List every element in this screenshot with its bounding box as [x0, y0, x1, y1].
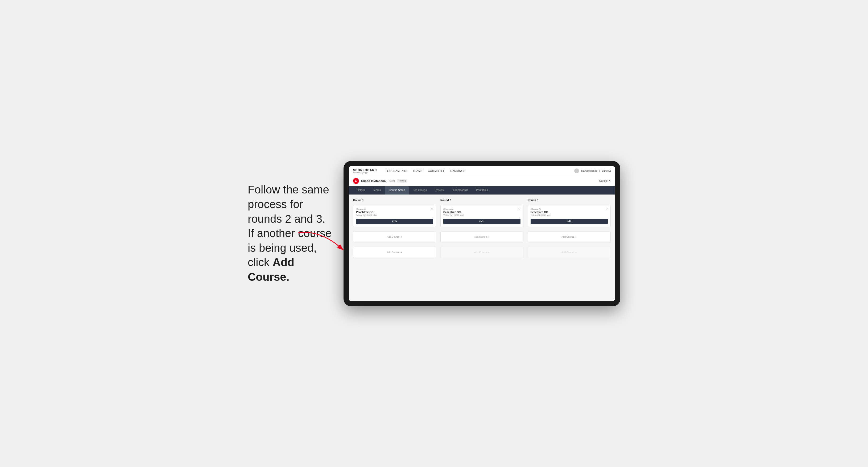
- tab-leaderboards[interactable]: Leaderboards: [448, 186, 472, 194]
- r2-course-name: Peachtree GC: [443, 211, 464, 214]
- nav-tournaments[interactable]: TOURNAMENTS: [385, 169, 407, 173]
- nav-right: blair@clippd.io | Sign out: [574, 168, 611, 173]
- r2-course-details: Yellow (M) (6629 yds): [443, 214, 464, 216]
- r3-add-course-2: Add Course +: [528, 247, 611, 258]
- top-nav: SCOREBOARD Powered by clippd TOURNAMENTS…: [349, 166, 615, 176]
- scoreboard-logo: SCOREBOARD Powered by clippd: [353, 168, 377, 174]
- tab-printables[interactable]: Printables: [472, 186, 492, 194]
- rounds-grid: Round 1 (Course A) Peachtree GC Yellow (…: [353, 199, 611, 260]
- r2-add-course-1[interactable]: Add Course +: [440, 231, 523, 242]
- r1-plus-icon-1: +: [401, 235, 402, 239]
- cancel-button[interactable]: Cancel ✕: [599, 179, 611, 182]
- r2-plus-icon-2: +: [488, 251, 490, 254]
- round-1-column: Round 1 (Course A) Peachtree GC Yellow (…: [353, 199, 436, 260]
- r3-course-tag: (Course A): [531, 208, 551, 210]
- r2-course-tag: (Course A): [443, 208, 464, 210]
- user-email: blair@clippd.io: [581, 169, 597, 172]
- sign-out-link[interactable]: Sign out: [602, 169, 611, 172]
- cancel-x-icon: ✕: [609, 179, 611, 182]
- tab-tee-groups[interactable]: Tee Groups: [409, 186, 431, 194]
- tournament-type: (Men): [389, 180, 395, 182]
- r1-add-course-2[interactable]: Add Course +: [353, 247, 436, 258]
- tournament-name: Clippd Invitational: [361, 179, 386, 183]
- r1-add-course-label-1: Add Course: [387, 236, 400, 238]
- nav-teams[interactable]: TEAMS: [413, 169, 423, 173]
- pipe-divider: |: [599, 169, 600, 172]
- tab-teams[interactable]: Teams: [369, 186, 384, 194]
- r3-edit-button[interactable]: Edit: [531, 219, 608, 224]
- tab-bar: Details Teams Course Setup Tee Groups Re…: [349, 186, 615, 194]
- nav-links: TOURNAMENTS TEAMS COMMITTEE RANKINGS: [385, 169, 568, 173]
- tablet-screen: SCOREBOARD Powered by clippd TOURNAMENTS…: [349, 166, 615, 301]
- round-2-label: Round 2: [440, 199, 523, 202]
- nav-committee[interactable]: COMMITTEE: [428, 169, 445, 173]
- r3-delete-icon[interactable]: ⊙: [606, 207, 608, 210]
- r1-course-details: Yellow (M) (6629 yds): [356, 214, 376, 216]
- r2-add-course-label-2: Add Course: [474, 251, 487, 254]
- r3-plus-icon-2: +: [575, 251, 577, 254]
- clippd-logo: C: [353, 178, 359, 184]
- r1-delete-icon[interactable]: ⊙: [431, 207, 433, 210]
- round-1-course-card: (Course A) Peachtree GC Yellow (M) (6629…: [353, 205, 436, 227]
- r3-add-course-label-1: Add Course: [561, 236, 574, 238]
- r3-course-name: Peachtree GC: [531, 211, 551, 214]
- tablet-device: SCOREBOARD Powered by clippd TOURNAMENTS…: [344, 161, 620, 306]
- logo-sub: Powered by clippd: [353, 172, 377, 174]
- r3-add-course-label-2: Add Course: [561, 251, 574, 254]
- round-2-column: Round 2 (Course A) Peachtree GC Yellow (…: [440, 199, 523, 260]
- round-3-course-card: (Course A) Peachtree GC Yellow (M) (6629…: [528, 205, 611, 227]
- r3-add-course-1[interactable]: Add Course +: [528, 231, 611, 242]
- r3-plus-icon-1: +: [575, 235, 577, 239]
- r1-add-course-1[interactable]: Add Course +: [353, 231, 436, 242]
- r1-plus-icon-2: +: [401, 251, 402, 254]
- round-3-label: Round 3: [528, 199, 611, 202]
- round-3-column: Round 3 (Course A) Peachtree GC Yellow (…: [528, 199, 611, 260]
- round-2-course-card: (Course A) Peachtree GC Yellow (M) (6629…: [440, 205, 523, 227]
- r1-edit-button[interactable]: Edit: [356, 219, 433, 224]
- tab-results[interactable]: Results: [431, 186, 447, 194]
- r2-add-course-label-1: Add Course: [474, 236, 487, 238]
- instruction-text: Follow the same process for rounds 2 and…: [248, 183, 333, 284]
- tab-course-setup[interactable]: Course Setup: [385, 186, 409, 194]
- hosting-badge: Hosting: [397, 179, 407, 183]
- r1-course-tag: (Course A): [356, 208, 376, 210]
- main-content: Round 1 (Course A) Peachtree GC Yellow (…: [349, 194, 615, 301]
- r2-add-course-2: Add Course +: [440, 247, 523, 258]
- r1-add-course-label-2: Add Course: [387, 251, 400, 254]
- r2-delete-icon[interactable]: ⊙: [518, 207, 521, 210]
- user-avatar: [574, 168, 579, 173]
- tournament-left: C Clippd Invitational (Men) Hosting: [353, 178, 407, 184]
- round-1-label: Round 1: [353, 199, 436, 202]
- r1-course-name: Peachtree GC: [356, 211, 376, 214]
- r2-plus-icon-1: +: [488, 235, 490, 239]
- r2-edit-button[interactable]: Edit: [443, 219, 521, 224]
- nav-rankings[interactable]: RANKINGS: [450, 169, 465, 173]
- tab-details[interactable]: Details: [353, 186, 369, 194]
- logo-title: SCOREBOARD: [353, 168, 377, 172]
- r3-course-details: Yellow (M) (6629 yds): [531, 214, 551, 216]
- tournament-header: C Clippd Invitational (Men) Hosting Canc…: [349, 176, 615, 186]
